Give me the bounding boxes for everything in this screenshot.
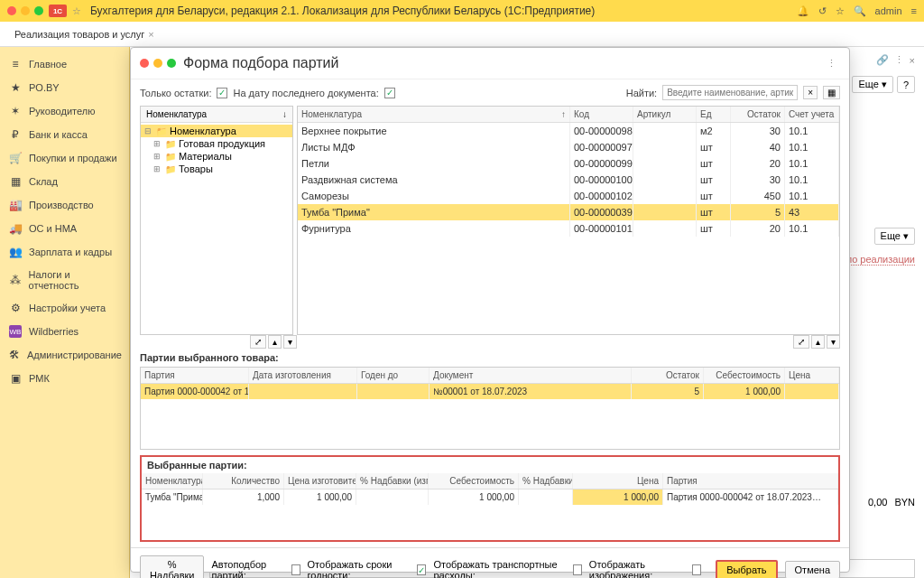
table-expand-button[interactable]: ⤢: [793, 335, 809, 349]
sort-icon[interactable]: ↓: [282, 109, 287, 119]
tab-realization[interactable]: Реализация товаров и услуг ×: [7, 25, 162, 43]
sidebar-item[interactable]: 🛒Покупки и продажи: [0, 146, 129, 170]
expand-icon[interactable]: ⊞: [153, 139, 162, 148]
cancel-button[interactable]: Отмена: [785, 561, 840, 578]
sidebar-item[interactable]: ≡Главное: [0, 52, 129, 76]
batch-row[interactable]: Партия 0000-000042 от 18.07.2…№00001 от …: [141, 384, 839, 399]
favorite-icon[interactable]: ☆: [836, 5, 845, 17]
table-row[interactable]: Листы МДФ00-00000097шт4010.1: [298, 139, 839, 155]
sidebar-item[interactable]: WBWildberries: [0, 320, 129, 343]
app-logo: 1C: [49, 5, 67, 17]
link-icon[interactable]: 🔗: [876, 54, 889, 66]
sidebar-item[interactable]: 🏭Производство: [0, 193, 129, 217]
col-art[interactable]: Артикул: [633, 107, 697, 122]
tree-item[interactable]: ⊟📁Номенклатура: [141, 125, 292, 137]
more-button[interactable]: Еще ▾: [852, 76, 892, 93]
col-valid[interactable]: Годен до: [357, 368, 430, 383]
table-row[interactable]: Фурнитура00-00000101шт2010.1: [298, 220, 839, 237]
scol-nad[interactable]: % Надбавки (изг.): [356, 473, 429, 489]
modal-minimize-icon[interactable]: [153, 59, 162, 68]
options-icon[interactable]: ⋮: [894, 54, 904, 66]
tree-up-button[interactable]: ▴: [268, 335, 282, 349]
sidebar-icon: WB: [9, 325, 22, 338]
more-button-2[interactable]: Еще ▾: [874, 228, 915, 245]
sidebar-item[interactable]: 👥Зарплата и кадры: [0, 240, 129, 264]
sidebar-item[interactable]: ▦Склад: [0, 170, 129, 193]
col-name[interactable]: Номенклатура ↑: [298, 107, 570, 122]
close-window-icon[interactable]: [7, 6, 16, 15]
show-valid-label: Отображать сроки годности:: [308, 559, 411, 578]
modal-menu-icon[interactable]: ⋮: [823, 58, 840, 70]
col-cost[interactable]: Себестоимость: [704, 368, 785, 383]
only-balance-checkbox[interactable]: [217, 88, 227, 98]
table-down-button[interactable]: ▾: [827, 335, 840, 349]
show-valid-checkbox[interactable]: [417, 564, 426, 575]
col-code[interactable]: Код: [570, 107, 633, 122]
sidebar-item[interactable]: ⁂Налоги и отчетность: [0, 264, 129, 296]
table-row[interactable]: Тумба "Прима"00-00000039шт543: [298, 204, 839, 220]
sidebar-icon: ₽: [9, 128, 22, 141]
col-mfg-date[interactable]: Дата изготовления: [249, 368, 357, 383]
col-ed[interactable]: Ед: [697, 107, 731, 122]
scol-batch[interactable]: Партия: [663, 473, 838, 489]
search-icon[interactable]: 🔍: [854, 5, 866, 17]
expand-icon[interactable]: ⊞: [153, 164, 162, 173]
tree-item[interactable]: ⊞📁Готовая продукция: [141, 137, 292, 150]
table-row[interactable]: Раздвижная система00-00000100шт3010.1: [298, 172, 839, 188]
minimize-window-icon[interactable]: [21, 6, 30, 15]
scol-qty[interactable]: Количество: [203, 473, 284, 489]
auto-checkbox[interactable]: [291, 564, 300, 575]
star-icon[interactable]: ☆: [72, 5, 81, 17]
scol-cost[interactable]: Себестоимость: [429, 473, 519, 489]
maximize-window-icon[interactable]: [34, 6, 43, 15]
sidebar-item[interactable]: ★PO.BY: [0, 76, 129, 99]
selected-row[interactable]: Тумба "Прима"1,0001 000,001 000,001 000,…: [142, 489, 838, 505]
modal-maximize-icon[interactable]: [167, 59, 176, 68]
bell-icon[interactable]: 🔔: [797, 5, 809, 17]
tree-item[interactable]: ⊞📁Товары: [141, 163, 292, 175]
table-row[interactable]: Саморезы00-00000102шт45010.1: [298, 188, 839, 204]
col-batch[interactable]: Партия: [141, 368, 249, 383]
search-grid-button[interactable]: ▦: [823, 86, 840, 99]
markup-button[interactable]: % Надбавки: [140, 555, 204, 578]
table-row[interactable]: Петли00-00000099шт2010.1: [298, 155, 839, 172]
table-up-button[interactable]: ▴: [811, 335, 825, 349]
user-label[interactable]: admin: [875, 5, 902, 16]
help-button[interactable]: ?: [897, 76, 915, 93]
sidebar-item[interactable]: 🛠Администрирование: [0, 343, 129, 367]
tree-item[interactable]: ⊞📁Материалы: [141, 150, 292, 163]
tab-label: Реализация товаров и услуг: [14, 29, 144, 40]
close-icon[interactable]: ×: [910, 55, 915, 66]
scol-price[interactable]: Цена: [573, 473, 663, 489]
scol-pm[interactable]: Цена изготовителя: [284, 473, 356, 489]
tree-label: Готовая продукция: [179, 138, 265, 149]
sidebar-item[interactable]: ⚙Настройки учета: [0, 296, 129, 320]
sidebar-item[interactable]: ₽Банк и касса: [0, 123, 129, 146]
select-button[interactable]: Выбрать: [716, 560, 777, 578]
tab-bar: Реализация товаров и услуг ×: [0, 22, 924, 47]
sidebar-item[interactable]: ▣РМК: [0, 367, 129, 390]
col-sch[interactable]: Счет учета: [785, 107, 839, 122]
menu-icon[interactable]: ≡: [911, 5, 917, 16]
show-images-checkbox[interactable]: [692, 564, 701, 575]
expand-icon[interactable]: ⊞: [153, 152, 162, 161]
by-last-doc-checkbox[interactable]: [384, 88, 395, 98]
scol-nad2[interactable]: % Надбавки: [519, 473, 573, 489]
tree-expand-button[interactable]: ⤢: [250, 335, 266, 349]
col-ost[interactable]: Остаток: [731, 107, 785, 122]
search-clear-button[interactable]: ×: [803, 86, 818, 99]
sidebar-item[interactable]: 🚚ОС и НМА: [0, 217, 129, 240]
scol-nom[interactable]: Номенклатура: [142, 473, 203, 489]
col-price[interactable]: Цена: [785, 368, 839, 383]
col-batch-ost[interactable]: Остаток: [632, 368, 704, 383]
search-input[interactable]: [662, 85, 798, 100]
col-doc[interactable]: Документ: [430, 368, 632, 383]
tree-down-button[interactable]: ▾: [283, 335, 297, 349]
expand-icon[interactable]: ⊟: [144, 126, 153, 135]
history-icon[interactable]: ↺: [818, 5, 827, 17]
sidebar-item[interactable]: ✶Руководителю: [0, 99, 129, 123]
show-transport-checkbox[interactable]: [573, 564, 582, 575]
modal-close-icon[interactable]: [140, 59, 149, 68]
tab-close-icon[interactable]: ×: [148, 29, 153, 40]
table-row[interactable]: Верхнее покрытие00-00000098м23010.1: [298, 123, 839, 139]
